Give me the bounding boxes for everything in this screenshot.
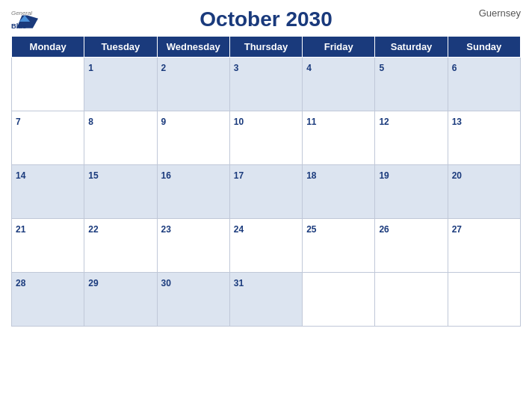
calendar-body: 1234567891011121314151617181920212223242… (12, 58, 521, 327)
col-saturday: Saturday (375, 37, 448, 58)
day-number: 26 (379, 224, 389, 235)
col-friday: Friday (303, 37, 375, 58)
col-sunday: Sunday (448, 37, 520, 58)
calendar-cell: 17 (229, 165, 302, 219)
day-number: 2 (161, 63, 167, 73)
calendar-cell: 9 (157, 111, 229, 165)
calendar-week-row: 28293031 (12, 273, 521, 327)
calendar-cell: 31 (229, 273, 302, 327)
calendar-cell: 11 (303, 111, 375, 165)
country-label: Guernsey (479, 7, 521, 19)
calendar-cell: 14 (12, 165, 84, 219)
calendar-cell: 3 (229, 58, 302, 111)
calendar-week-row: 14151617181920 (12, 165, 521, 219)
day-number: 11 (306, 117, 316, 127)
calendar-week-row: 78910111213 (12, 111, 521, 165)
calendar-cell (12, 58, 84, 111)
calendar-cell: 21 (12, 219, 84, 273)
day-number: 13 (452, 117, 462, 127)
day-number: 19 (379, 170, 389, 181)
calendar-table: Monday Tuesday Wednesday Thursday Friday… (11, 36, 521, 327)
calendar-cell (303, 273, 375, 327)
calendar-cell: 29 (84, 273, 157, 327)
header-row: Monday Tuesday Wednesday Thursday Friday… (12, 37, 521, 58)
calendar-cell (375, 273, 448, 327)
day-number: 17 (234, 170, 244, 181)
svg-text:General: General (11, 10, 32, 16)
day-number: 7 (16, 117, 21, 127)
day-number: 29 (88, 278, 98, 288)
col-monday: Monday (12, 37, 84, 58)
calendar-cell: 25 (303, 219, 375, 273)
general-blue-logo-icon: General Blue (11, 7, 38, 28)
calendar-cell: 28 (12, 273, 84, 327)
calendar-cell: 16 (157, 165, 229, 219)
day-number: 6 (452, 63, 457, 73)
day-number: 22 (88, 224, 98, 235)
day-number: 14 (16, 170, 25, 181)
day-number: 18 (306, 170, 316, 181)
day-number: 1 (88, 63, 93, 73)
day-number: 30 (161, 278, 171, 288)
day-number: 21 (16, 224, 25, 235)
day-number: 15 (88, 170, 98, 181)
calendar-week-row: 21222324252627 (12, 219, 521, 273)
logo-area: General Blue (11, 7, 38, 28)
day-number: 25 (306, 224, 316, 235)
day-number: 27 (452, 224, 462, 235)
calendar-cell: 13 (448, 111, 520, 165)
calendar-cell: 15 (84, 165, 157, 219)
calendar-cell: 12 (375, 111, 448, 165)
day-number: 8 (88, 117, 93, 127)
col-tuesday: Tuesday (84, 37, 157, 58)
calendar-cell: 24 (229, 219, 302, 273)
col-thursday: Thursday (229, 37, 302, 58)
calendar-cell: 2 (157, 58, 229, 111)
calendar-cell: 26 (375, 219, 448, 273)
calendar-wrapper: General Blue October 2030 Guernsey Monda… (0, 0, 532, 411)
day-number: 20 (452, 170, 462, 181)
day-number: 23 (161, 224, 171, 235)
calendar-cell (448, 273, 520, 327)
svg-text:Blue: Blue (11, 22, 26, 28)
calendar-cell: 4 (303, 58, 375, 111)
day-number: 5 (379, 63, 384, 73)
day-number: 31 (234, 278, 244, 288)
day-number: 24 (234, 224, 244, 235)
day-number: 12 (379, 117, 389, 127)
calendar-cell: 6 (448, 58, 520, 111)
day-number: 3 (234, 63, 239, 73)
calendar-week-row: 123456 (12, 58, 521, 111)
day-number: 28 (16, 278, 25, 288)
day-number: 16 (161, 170, 171, 181)
calendar-cell: 18 (303, 165, 375, 219)
col-wednesday: Wednesday (157, 37, 229, 58)
calendar-thead: Monday Tuesday Wednesday Thursday Friday… (12, 37, 521, 58)
calendar-header: General Blue October 2030 Guernsey (11, 7, 521, 31)
calendar-cell: 19 (375, 165, 448, 219)
day-number: 4 (306, 63, 312, 73)
calendar-cell: 23 (157, 219, 229, 273)
day-number: 9 (161, 117, 167, 127)
calendar-cell: 27 (448, 219, 520, 273)
calendar-cell: 10 (229, 111, 302, 165)
calendar-cell: 30 (157, 273, 229, 327)
calendar-cell: 1 (84, 58, 157, 111)
calendar-cell: 7 (12, 111, 84, 165)
calendar-cell: 20 (448, 165, 520, 219)
calendar-cell: 5 (375, 58, 448, 111)
calendar-cell: 22 (84, 219, 157, 273)
day-number: 10 (234, 117, 244, 127)
month-title: October 2030 (200, 7, 332, 31)
calendar-cell: 8 (84, 111, 157, 165)
